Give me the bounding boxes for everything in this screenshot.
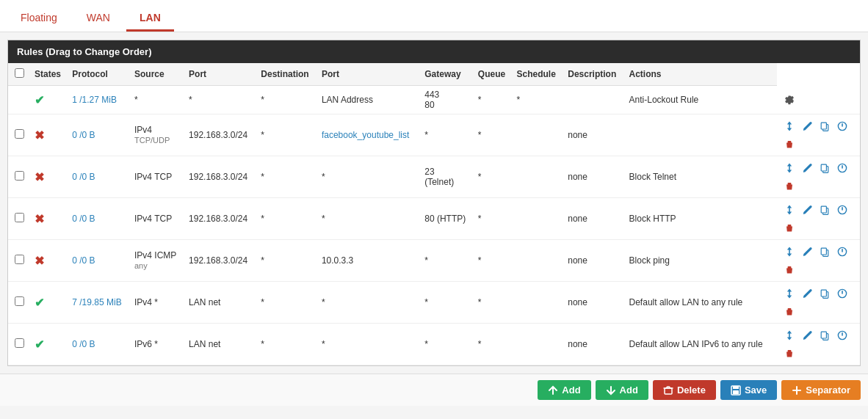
rules-container: Rules (Drag to Change Order) States Prot… [7, 40, 861, 366]
destination-link[interactable]: facebook_youtube_list [322, 130, 409, 140]
add-down-button[interactable]: Add [596, 380, 648, 400]
tab-lan[interactable]: LAN [126, 6, 174, 32]
svg-rect-7 [821, 206, 826, 213]
move-button[interactable] [781, 285, 798, 302]
row-checkbox[interactable] [15, 213, 24, 222]
description-text: Default allow LAN to any rule [629, 297, 743, 307]
protocol-cell: * [130, 86, 184, 114]
edit-button[interactable] [799, 327, 815, 343]
header-actions: Actions [625, 63, 777, 86]
protocol-main: IPv4 TCP [134, 172, 172, 182]
move-button[interactable] [781, 118, 798, 134]
copy-button[interactable] [817, 202, 833, 218]
delete-row-button[interactable] [781, 303, 798, 319]
disable-button[interactable] [834, 244, 850, 260]
disable-button[interactable] [834, 327, 850, 343]
states-link[interactable]: 0 /0 B [72, 172, 95, 182]
copy-button[interactable] [817, 160, 833, 176]
source-cell: LAN net [184, 282, 256, 324]
port1-text: * [261, 297, 264, 307]
svg-rect-16 [821, 332, 826, 338]
actions-cell [777, 240, 860, 282]
states-link[interactable]: 0 /0 B [72, 130, 95, 140]
edit-button[interactable] [799, 202, 815, 218]
source-cell: 192.168.3.0/24 [184, 198, 256, 240]
delete-button[interactable]: Delete [653, 380, 716, 400]
delete-row-button[interactable] [781, 136, 798, 152]
status-cell: ✖ [30, 156, 68, 198]
checkbox-cell [8, 114, 30, 156]
source-cell: * [184, 86, 256, 114]
status-cell: ✖ [30, 240, 68, 282]
port2-cell: * [420, 282, 474, 324]
queue-cell [512, 114, 563, 156]
port1-cell: * [256, 240, 317, 282]
copy-button[interactable] [817, 244, 833, 260]
move-button[interactable] [781, 244, 798, 260]
schedule-text: none [568, 255, 587, 266]
states-link[interactable]: 0 /0 B [72, 214, 95, 224]
row-checkbox[interactable] [15, 129, 24, 139]
edit-button[interactable] [799, 244, 815, 260]
disable-button[interactable] [834, 202, 850, 218]
copy-button[interactable] [817, 118, 833, 134]
schedule-cell: none [563, 198, 624, 240]
edit-button[interactable] [799, 285, 815, 302]
destination-cell: * [317, 198, 420, 240]
move-button[interactable] [781, 202, 798, 218]
save-button[interactable]: Save [720, 380, 777, 400]
states-link[interactable]: 1 /1.27 MiB [72, 95, 117, 105]
states-link[interactable]: 7 /19.85 MiB [72, 297, 121, 307]
edit-button[interactable] [799, 118, 815, 134]
disable-button[interactable] [834, 285, 850, 302]
header-checkbox-col [8, 63, 30, 86]
move-button[interactable] [781, 160, 798, 176]
delete-row-button[interactable] [781, 219, 798, 236]
edit-button[interactable] [799, 160, 815, 176]
disable-button[interactable] [834, 118, 850, 134]
queue-cell [512, 198, 563, 240]
protocol-main: * [134, 95, 138, 105]
add-up-button[interactable]: Add [538, 380, 590, 400]
row-checkbox[interactable] [15, 296, 24, 306]
header-gateway: Gateway [420, 63, 474, 86]
move-button[interactable] [781, 327, 798, 343]
delete-row-button[interactable] [781, 178, 798, 194]
separator-button[interactable]: Separator [781, 380, 861, 400]
table-header-row: States Protocol Source Port Destination … [8, 63, 860, 86]
row-checkbox[interactable] [15, 255, 24, 264]
source-text: LAN net [189, 297, 220, 307]
gateway-text: * [478, 95, 482, 105]
action-row-top [781, 327, 856, 343]
port2-text: * [424, 297, 428, 307]
status-cell: ✔ [30, 324, 68, 365]
gear-button[interactable] [781, 92, 798, 108]
tab-floating[interactable]: Floating [7, 6, 70, 32]
delete-row-button[interactable] [781, 345, 798, 361]
port2-text: * [424, 130, 428, 140]
disable-button[interactable] [834, 160, 850, 176]
action-col [781, 118, 856, 152]
states-link[interactable]: 0 /0 B [72, 255, 95, 266]
copy-button[interactable] [817, 285, 833, 302]
schedule-cell: none [563, 324, 624, 365]
row-checkbox[interactable] [15, 171, 24, 181]
destination-text: LAN Address [322, 95, 373, 105]
table-row: ✖ 0 /0 B IPv4 TCP 192.168.3.0/24 * * 80 … [8, 198, 860, 240]
copy-button[interactable] [817, 327, 833, 343]
states-link[interactable]: 0 /0 B [72, 339, 95, 349]
protocol-cell: IPv4 TCP [130, 156, 184, 198]
select-all-checkbox[interactable] [15, 68, 24, 78]
tab-wan[interactable]: WAN [73, 6, 123, 32]
destination-cell: facebook_youtube_list [317, 114, 420, 156]
port2-text: 23 [424, 167, 434, 177]
source-text: LAN net [189, 339, 220, 349]
delete-row-button[interactable] [781, 261, 798, 277]
save-icon [731, 385, 741, 396]
destination-text: * [322, 214, 325, 224]
row-checkbox[interactable] [15, 338, 24, 348]
action-row-bottom [781, 178, 856, 194]
protocol-cell: IPv4 ICMPany [130, 240, 184, 282]
protocol-sub: any [134, 261, 148, 270]
description-cell: Block ping [625, 240, 777, 282]
